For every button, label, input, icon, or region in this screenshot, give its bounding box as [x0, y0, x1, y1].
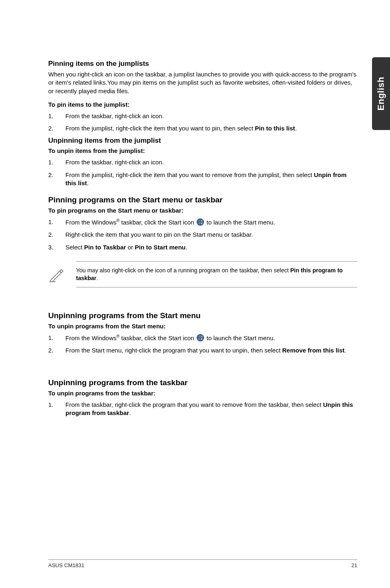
- text-run: .: [186, 244, 187, 251]
- step-text: From the jumplist, right-click the item …: [65, 124, 357, 132]
- windows-start-icon: [197, 218, 204, 226]
- step-number: 2.: [48, 346, 65, 355]
- language-label: English: [376, 77, 386, 111]
- step-number: 3.: [48, 243, 65, 251]
- footer-product: ASUS CM1831: [48, 562, 84, 568]
- list-item: 2. From the jumplist, right-click the it…: [48, 124, 357, 132]
- bold-run: Remove from this list: [282, 347, 345, 354]
- list-item: 1. From the taskbar, right-click an icon…: [48, 158, 357, 166]
- step-text: From the taskbar, right-click the progra…: [65, 401, 357, 417]
- text-run: to launch the Start menu.: [205, 334, 275, 341]
- step-text: From the jumplist, right-click the item …: [65, 171, 357, 188]
- step-text: Select Pin to Taskbar or Pin to Start me…: [65, 243, 357, 251]
- list-item: 2. Right-click the item that you want to…: [48, 231, 357, 239]
- svg-point-6: [197, 334, 204, 341]
- text-run: taskbar, click the Start icon: [119, 219, 196, 226]
- step-number: 1.: [48, 158, 65, 166]
- text-run: or: [126, 244, 135, 251]
- text-run: From the Start menu, right-click the pro…: [65, 347, 282, 354]
- text-run: taskbar, click the Start icon: [119, 334, 196, 341]
- list-item: 1. From the taskbar, right-click the pro…: [48, 401, 357, 417]
- step-number: 2.: [48, 231, 65, 239]
- bold-run: Pin to Start menu: [135, 244, 186, 251]
- steps-pin-jumplist: 1. From the taskbar, right-click an icon…: [48, 112, 357, 133]
- svg-rect-3: [198, 222, 200, 224]
- steps-unpin-taskbar: 1. From the taskbar, right-click the pro…: [48, 401, 357, 417]
- svg-point-0: [197, 218, 204, 226]
- step-number: 2.: [48, 171, 65, 179]
- text-run: .: [96, 275, 98, 281]
- subheading-unpin-start: To unpin programs from the Start menu:: [48, 323, 357, 330]
- svg-rect-10: [201, 338, 202, 340]
- list-item: 2. From the Start menu, right-click the …: [48, 346, 357, 355]
- svg-rect-1: [198, 220, 200, 222]
- text-run: .: [295, 125, 297, 132]
- text-run: From the taskbar, right-click the progra…: [65, 401, 323, 408]
- svg-rect-7: [198, 336, 200, 337]
- steps-unpin-start: 1. From the Windows® taskbar, click the …: [48, 334, 357, 355]
- text-run: .: [129, 409, 131, 416]
- subheading-pin-start-taskbar: To pin programs on the Start menu or tas…: [48, 207, 357, 214]
- step-text: From the Windows® taskbar, click the Sta…: [65, 218, 357, 227]
- bold-run: Pin to Taskbar: [84, 244, 126, 251]
- list-item: 1. From the Windows® taskbar, click the …: [48, 218, 357, 227]
- heading-unpinning-taskbar: Unpinning programs from the taskbar: [48, 378, 357, 387]
- subheading-unpin-jumplist: To unpin items from the jumplist:: [48, 147, 357, 154]
- subheading-unpin-taskbar: To unpin programs from the taskbar:: [48, 390, 357, 397]
- heading-unpinning-start: Unpinning programs from the Start menu: [48, 311, 357, 320]
- text-run: You may also right-click on the icon of …: [76, 267, 290, 274]
- list-item: 1. From the Windows® taskbar, click the …: [48, 334, 357, 342]
- page-content: English Pinning items on the jumplists W…: [0, 0, 390, 588]
- list-item: 3. Select Pin to Taskbar or Pin to Start…: [48, 243, 357, 251]
- text-run: .: [345, 347, 346, 354]
- steps-pin-start-taskbar: 1. From the Windows® taskbar, click the …: [48, 218, 357, 251]
- step-text: From the taskbar, right-click an icon.: [65, 112, 357, 120]
- step-number: 1.: [48, 401, 65, 409]
- step-number: 1.: [48, 334, 65, 342]
- subheading-pin-jumplist: To pin items to the jumplist:: [48, 101, 357, 108]
- svg-rect-4: [201, 222, 202, 224]
- footer-page-number: 21: [352, 562, 357, 568]
- note-text: You may also right-click on the icon of …: [76, 261, 357, 287]
- svg-rect-9: [198, 338, 200, 340]
- step-number: 1.: [48, 218, 65, 226]
- heading-pinning-start-taskbar: Pinning programs on the Start menu or ta…: [48, 195, 357, 204]
- step-text: From the Start menu, right-click the pro…: [65, 346, 357, 355]
- step-text: Right-click the item that you want to pi…: [65, 231, 357, 239]
- text-run: From the Windows: [65, 219, 117, 226]
- step-number: 1.: [48, 112, 65, 120]
- list-item: 1. From the taskbar, right-click an icon…: [48, 112, 357, 120]
- svg-rect-8: [201, 336, 202, 337]
- heading-unpinning-jumplist: Unpinning items from the jumplist: [48, 137, 357, 145]
- step-text: From the taskbar, right-click an icon.: [65, 158, 357, 166]
- svg-rect-2: [201, 220, 202, 222]
- steps-unpin-jumplist: 1. From the taskbar, right-click an icon…: [48, 158, 357, 187]
- bold-run: Pin to this list: [255, 125, 295, 132]
- step-number: 2.: [48, 124, 65, 132]
- heading-pinning-jumplists: Pinning items on the jumplists: [48, 60, 357, 68]
- language-side-tab: English: [372, 57, 390, 130]
- text-run: .: [87, 180, 89, 186]
- note-pencil-icon: [48, 266, 65, 283]
- text-run: Select: [65, 244, 84, 251]
- intro-paragraph: When you right-click an icon on the task…: [48, 70, 357, 95]
- text-run: From the jumplist, right-click the item …: [65, 171, 314, 178]
- page-footer: ASUS CM1831 21: [48, 559, 357, 568]
- step-text: From the Windows® taskbar, click the Sta…: [65, 334, 357, 342]
- text-run: From the jumplist, right-click the item …: [65, 125, 255, 132]
- text-run: to launch the Start menu.: [205, 219, 275, 226]
- text-run: From the Windows: [65, 334, 117, 341]
- list-item: 2. From the jumplist, right-click the it…: [48, 171, 357, 188]
- note-block: You may also right-click on the icon of …: [48, 261, 357, 287]
- windows-start-icon: [197, 334, 204, 341]
